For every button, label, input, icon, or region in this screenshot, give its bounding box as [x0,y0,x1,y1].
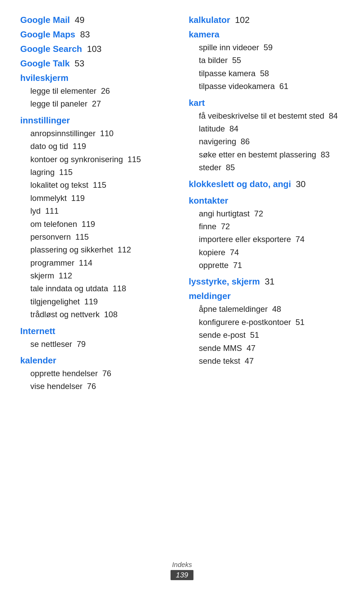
section-subitem-1: finne 72 [189,220,344,233]
section-subitem-1: konfigurere e-postkontoer 51 [189,316,344,329]
index-section-5: innstillingeranropsinnstillinger 110dato… [20,114,175,321]
section-subitem-2: navigering 86 [189,135,344,148]
section-subitem-0: spille inn videoer 59 [189,41,344,54]
index-entry-3: Google Talk 53 [20,57,175,70]
section-subitem-3: tilpasse videokamera 61 [189,80,344,93]
entry-header: lysstyrke, skjerm 31 [189,276,274,287]
section-subitem-2: tilpasse kamera 58 [189,67,344,80]
index-section-6: Internettse nettleser 79 [20,325,175,351]
section-subitem-1: dato og tid 119 [20,140,175,153]
entry-header: Google Talk 53 [20,58,84,68]
page-number: 139 [171,570,194,580]
section-subitem-0: se nettleser 79 [20,338,175,351]
section-subitem-3: kopiere 74 [189,246,344,259]
section-header: kamera [189,28,344,41]
section-subitem-6: lyd 111 [20,205,175,217]
entry-header: kalkulator 102 [189,15,250,25]
index-entry-0: Google Mail 49 [20,13,175,27]
section-header: kart [189,96,344,110]
index-section-4: kontakterangi hurtigtast 72finne 72impor… [189,194,344,272]
section-subitem-3: lagring 115 [20,166,175,179]
section-subitem-8: personvern 115 [20,231,175,243]
index-section-2: kartfå veibeskrivelse til et bestemt ste… [189,96,344,174]
index-layout: Google Mail 49Google Maps 83Google Searc… [20,13,344,396]
page-footer: Indeks 139 [0,561,364,580]
left-column: Google Mail 49Google Maps 83Google Searc… [20,13,175,396]
entry-header: Google Mail 49 [20,15,85,25]
section-subitem-3: sende MMS 47 [189,342,344,355]
section-subitem-9: plassering og sikkerhet 112 [20,243,175,256]
section-header: kalender [20,354,175,367]
index-entry-1: Google Maps 83 [20,28,175,41]
section-subitem-5: lommelykt 119 [20,192,175,205]
index-entry-5: lysstyrke, skjerm 31 [189,275,344,288]
section-subitem-0: få veibeskrivelse til et bestemt sted 84 [189,110,344,122]
index-entry-0: kalkulator 102 [189,13,344,27]
section-subitem-11: skjerm 112 [20,269,175,282]
index-section-1: kameraspille inn videoer 59ta bilder 55t… [189,28,344,93]
index-section-7: kalenderopprette hendelser 76vise hendel… [20,354,175,393]
section-header: Internett [20,325,175,338]
section-subitem-10: programmer 114 [20,257,175,269]
section-header: innstillinger [20,114,175,127]
section-subitem-0: angi hurtigtast 72 [189,207,344,220]
section-subitem-12: tale inndata og utdata 118 [20,282,175,295]
footer-label: Indeks [0,561,364,569]
section-subitem-0: åpne talemeldinger 48 [189,303,344,316]
section-subitem-1: legge til paneler 27 [20,97,175,110]
entry-header: klokkeslett og dato, angi 30 [189,179,306,189]
section-subitem-4: opprette 71 [189,259,344,272]
section-subitem-2: sende e-post 51 [189,329,344,341]
index-section-4: hvileskjermlegge til elementer 26legge t… [20,71,175,111]
section-subitem-1: latitude 84 [189,122,344,135]
section-subitem-1: ta bilder 55 [189,54,344,67]
section-subitem-3: søke etter en bestemt plassering 83 [189,148,344,161]
section-header: meldinger [189,290,344,303]
section-subitem-14: trådløst og nettverk 108 [20,308,175,321]
section-header: kontakter [189,194,344,207]
index-entry-3: klokkeslett og dato, angi 30 [189,178,344,191]
section-subitem-2: importere eller eksportere 74 [189,233,344,246]
section-subitem-0: anropsinnstillinger 110 [20,127,175,140]
entry-header: Google Maps 83 [20,29,90,39]
index-section-6: meldingeråpne talemeldinger 48konfigurer… [189,290,344,367]
section-header: hvileskjerm [20,71,175,85]
index-entry-2: Google Search 103 [20,42,175,56]
section-subitem-1: vise hendelser 76 [20,380,175,393]
section-subitem-7: om telefonen 119 [20,218,175,231]
section-subitem-4: steder 85 [189,161,344,174]
section-subitem-13: tilgjengelighet 119 [20,295,175,308]
entry-header: Google Search 103 [20,44,101,54]
right-column: kalkulator 102kameraspille inn videoer 5… [189,13,344,396]
section-subitem-4: lokalitet og tekst 115 [20,179,175,191]
section-subitem-0: opprette hendelser 76 [20,367,175,380]
section-subitem-2: kontoer og synkronisering 115 [20,153,175,166]
section-subitem-4: sende tekst 47 [189,355,344,367]
section-subitem-0: legge til elementer 26 [20,85,175,97]
